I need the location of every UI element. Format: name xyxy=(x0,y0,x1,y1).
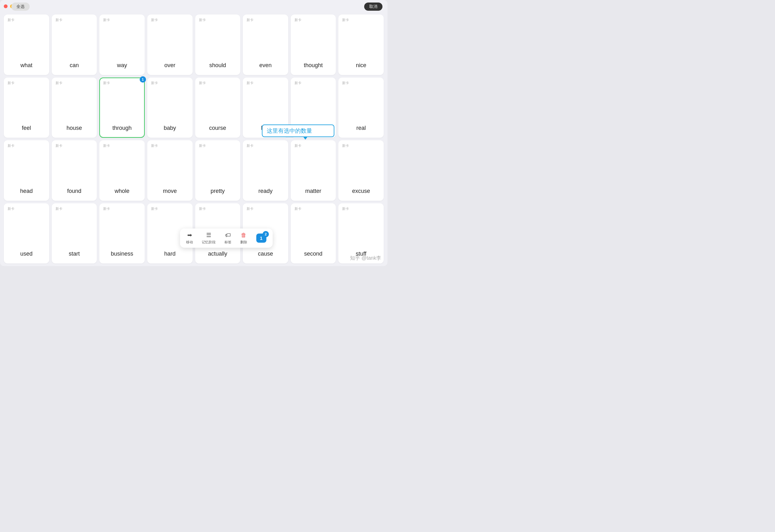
card-ready[interactable]: 新卡 ready 这里有选中的数量 xyxy=(243,140,288,201)
card-through[interactable]: 1 新卡 through xyxy=(99,78,145,138)
card-word: found xyxy=(55,188,93,197)
card-word: real xyxy=(342,125,380,134)
move-button[interactable]: ➡ 移动 xyxy=(186,232,193,245)
card-word: over xyxy=(151,62,189,71)
main-window: 全选 取消 新卡 what 新卡 can 新卡 way 新卡 over 遇到生词… xyxy=(0,0,388,266)
card-over[interactable]: 新卡 over 遇到生词就点击卡片选中 xyxy=(147,14,193,75)
card-move[interactable]: 新卡 move xyxy=(147,140,193,201)
card-word: actually xyxy=(199,251,237,260)
card-label: 新卡 xyxy=(246,81,253,85)
tag-button[interactable]: 🏷 标签 xyxy=(224,232,231,245)
card-nice[interactable]: 新卡 nice xyxy=(338,14,384,75)
card-baby[interactable]: 新卡 baby xyxy=(147,78,193,138)
card-word: start xyxy=(55,251,93,260)
card-word: cause xyxy=(246,251,284,260)
card-label: 新卡 xyxy=(342,143,349,148)
card-word: feel xyxy=(8,125,45,134)
card-stuff[interactable]: 新卡 stuff xyxy=(338,203,384,264)
card-house[interactable]: 新卡 house xyxy=(52,78,97,138)
card-matter[interactable]: 新卡 matter xyxy=(291,140,336,201)
card-real[interactable]: 新卡 real xyxy=(338,78,384,138)
stage-label: 记忆阶段 xyxy=(202,240,216,245)
card-word: pretty xyxy=(199,188,237,197)
card-word: can xyxy=(55,62,93,71)
card-feel[interactable]: 新卡 feel xyxy=(4,78,49,138)
card-word: ready xyxy=(246,188,284,197)
move-icon: ➡ xyxy=(187,232,192,239)
card-word: course xyxy=(199,125,237,134)
card-excuse[interactable]: 新卡 excuse xyxy=(338,140,384,201)
card-label: 新卡 xyxy=(342,18,349,22)
card-label: 新卡 xyxy=(199,143,206,148)
card-word: even xyxy=(246,62,284,71)
card-used[interactable]: 新卡 used xyxy=(4,203,49,264)
card-pretty[interactable]: 新卡 pretty xyxy=(195,140,240,201)
card-label: 新卡 xyxy=(8,206,14,211)
card-label: 新卡 xyxy=(103,18,110,22)
card-label: 新卡 xyxy=(294,18,301,22)
card-word: move xyxy=(151,188,189,197)
card-word: house xyxy=(55,125,93,134)
card-label: 新卡 xyxy=(55,81,62,85)
stage-icon: ☰ xyxy=(206,232,211,239)
card-word: way xyxy=(103,62,141,71)
card-grid: 新卡 what 新卡 can 新卡 way 新卡 over 遇到生词就点击卡片选… xyxy=(0,13,388,266)
select-all-button[interactable]: 全选 xyxy=(11,3,30,11)
card-label: 新卡 xyxy=(294,206,301,211)
card-label: 新卡 xyxy=(151,206,158,211)
stage-button[interactable]: ☰ 记忆阶段 xyxy=(202,232,216,245)
card-label: 新卡 xyxy=(151,81,158,85)
card-word: business xyxy=(103,251,141,260)
card-way[interactable]: 新卡 way xyxy=(99,14,145,75)
card-label: 新卡 xyxy=(8,81,14,85)
card-start[interactable]: 新卡 start xyxy=(52,203,97,264)
card-word: should xyxy=(199,62,237,71)
card-label: 新卡 xyxy=(55,18,62,22)
card-thought[interactable]: 新卡 thought xyxy=(291,14,336,75)
close-button[interactable] xyxy=(4,4,8,8)
selected-badge-2: 2 xyxy=(263,231,269,237)
card-label: 新卡 xyxy=(294,143,301,148)
card-label: 新卡 xyxy=(199,81,206,85)
card-label: 新卡 xyxy=(246,18,253,22)
card-should[interactable]: 新卡 should xyxy=(195,14,240,75)
card-even[interactable]: 新卡 even xyxy=(243,14,288,75)
card-found[interactable]: 新卡 found xyxy=(52,140,97,201)
card-word: whole xyxy=(103,188,141,197)
tooltip-count: 这里有选中的数量 xyxy=(262,124,334,137)
action-toolbar: ➡ 移动 ☰ 记忆阶段 🏷 标签 🗑 删除 1 2 xyxy=(180,228,272,248)
card-label: 新卡 xyxy=(8,143,14,148)
card-label: 新卡 xyxy=(342,81,349,85)
card-label: 新卡 xyxy=(246,206,253,211)
card-label: 新卡 xyxy=(103,143,110,148)
card-whole[interactable]: 新卡 whole xyxy=(99,140,145,201)
card-label: 新卡 xyxy=(8,18,14,22)
card-label: 新卡 xyxy=(294,81,301,85)
card-label: 新卡 xyxy=(151,18,158,22)
card-head[interactable]: 新卡 head xyxy=(4,140,49,201)
card-can[interactable]: 新卡 can xyxy=(52,14,97,75)
card-label: 新卡 xyxy=(199,18,206,22)
card-course[interactable]: 新卡 course xyxy=(195,78,240,138)
card-word: head xyxy=(8,188,45,197)
card-word: thought xyxy=(294,62,332,71)
card-word: used xyxy=(8,251,45,260)
card-business[interactable]: 新卡 business xyxy=(99,203,145,264)
card-word: what xyxy=(8,62,45,71)
move-label: 移动 xyxy=(186,240,193,245)
cancel-button[interactable]: 取消 xyxy=(364,3,382,11)
card-word: hard xyxy=(151,251,189,260)
card-word: excuse xyxy=(342,188,380,197)
card-label: 新卡 xyxy=(103,206,110,211)
card-label: 新卡 xyxy=(55,143,62,148)
card-second[interactable]: 新卡 second xyxy=(291,203,336,264)
delete-icon: 🗑 xyxy=(241,232,246,239)
tag-label: 标签 xyxy=(224,240,231,245)
card-label: 新卡 xyxy=(103,81,110,85)
card-what[interactable]: 新卡 what xyxy=(4,14,49,75)
card-word: matter xyxy=(294,188,332,197)
card-label: 新卡 xyxy=(55,206,62,211)
delete-button[interactable]: 🗑 删除 xyxy=(240,232,247,245)
watermark: 知乎 @tank李 xyxy=(350,255,381,262)
card-label: 新卡 xyxy=(246,143,253,148)
